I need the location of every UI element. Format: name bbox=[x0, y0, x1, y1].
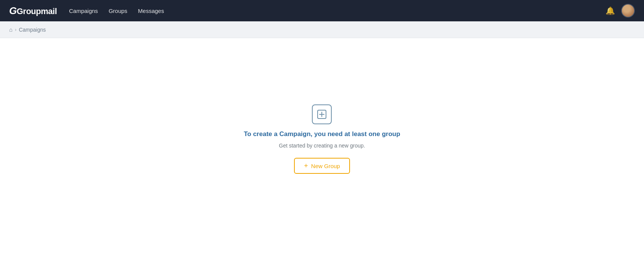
home-icon[interactable]: ⌂ bbox=[9, 26, 13, 33]
breadcrumb: ⌂ › Campaigns bbox=[9, 26, 46, 33]
new-group-button[interactable]: + New Group bbox=[294, 158, 350, 174]
breadcrumb-bar: ⌂ › Campaigns bbox=[0, 21, 644, 38]
avatar-image bbox=[622, 5, 634, 17]
brand: GGroupmail bbox=[9, 5, 57, 17]
breadcrumb-current: Campaigns bbox=[19, 27, 46, 33]
navbar: GGroupmail Campaigns Groups Messages 🔔 bbox=[0, 0, 644, 21]
user-avatar[interactable] bbox=[621, 4, 635, 18]
nav-messages[interactable]: Messages bbox=[138, 8, 164, 14]
brand-name: GGroupmail bbox=[9, 5, 57, 17]
nav-links: Campaigns Groups Messages bbox=[69, 8, 164, 14]
navbar-left: GGroupmail Campaigns Groups Messages bbox=[9, 5, 164, 17]
nav-groups[interactable]: Groups bbox=[109, 8, 127, 14]
empty-state: To create a Campaign, you need at least … bbox=[244, 104, 400, 174]
empty-title: To create a Campaign, you need at least … bbox=[244, 130, 400, 138]
notifications-icon[interactable]: 🔔 bbox=[606, 6, 615, 15]
main-content: To create a Campaign, you need at least … bbox=[0, 38, 644, 263]
breadcrumb-separator: › bbox=[15, 27, 16, 32]
empty-subtitle: Get started by creating a new group. bbox=[279, 143, 365, 149]
plus-icon: + bbox=[304, 162, 308, 169]
new-group-label: New Group bbox=[311, 163, 340, 169]
empty-state-icon bbox=[312, 104, 332, 124]
nav-campaigns[interactable]: Campaigns bbox=[69, 8, 98, 14]
navbar-right: 🔔 bbox=[606, 4, 635, 18]
add-file-icon bbox=[317, 109, 327, 119]
